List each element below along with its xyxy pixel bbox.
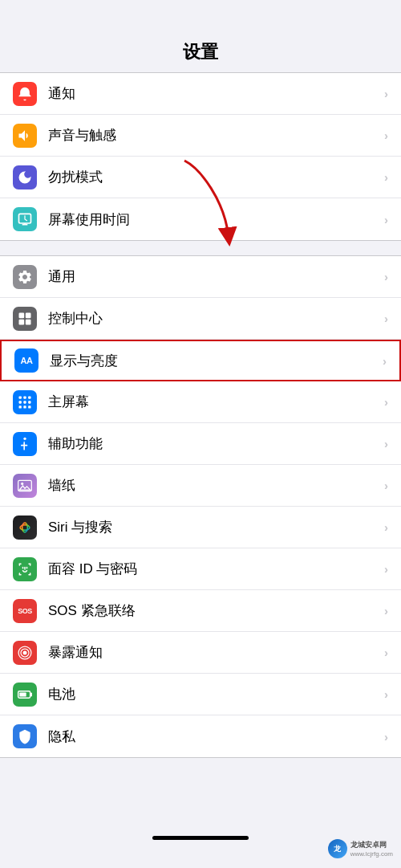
svg-rect-4 — [26, 312, 31, 318]
svg-rect-26 — [19, 692, 26, 696]
settings-group-2: 通用 › 控制中心 › AA 显示与亮度 › — [0, 255, 401, 758]
display-label: 显示与亮度 — [50, 352, 376, 370]
exposure-label: 暴露通知 — [48, 643, 378, 662]
chevron-icon: › — [384, 270, 388, 283]
svg-rect-14 — [23, 405, 26, 408]
row-controlcenter[interactable]: 控制中心 › — [0, 298, 401, 340]
display-icon: AA — [14, 348, 38, 373]
chevron-icon: › — [383, 354, 387, 368]
row-exposure[interactable]: 暴露通知 › — [0, 632, 401, 674]
row-battery[interactable]: 电池 › — [0, 674, 401, 715]
sos-label: SOS 紧急联络 — [48, 601, 378, 620]
siri-icon — [13, 516, 37, 540]
watermark-text-block: 龙城安卓网 www.lcjrfg.com — [350, 840, 393, 858]
homescreen-icon — [13, 390, 37, 414]
notifications-label: 通知 — [48, 84, 378, 103]
chevron-icon: › — [384, 646, 388, 659]
svg-rect-3 — [19, 312, 25, 318]
notifications-icon — [13, 82, 37, 106]
row-display[interactable]: AA 显示与亮度 › — [0, 340, 401, 381]
chevron-icon: › — [384, 87, 388, 100]
screentime-icon — [13, 207, 37, 231]
row-sos[interactable]: SOS SOS 紧急联络 › — [0, 590, 401, 632]
chevron-icon: › — [384, 312, 388, 325]
page-title: 设置 — [13, 40, 388, 64]
wallpaper-icon — [13, 474, 37, 498]
siri-label: Siri 与搜索 — [48, 518, 378, 536]
chevron-icon: › — [384, 170, 388, 184]
settings-page: 设置 通知 › 声音与触感 › — [0, 0, 401, 868]
svg-rect-15 — [28, 405, 30, 408]
svg-point-17 — [21, 482, 23, 484]
privacy-label: 隐私 — [48, 727, 378, 746]
svg-rect-7 — [19, 396, 22, 398]
accessibility-label: 辅助功能 — [48, 434, 378, 453]
general-label: 通用 — [48, 267, 378, 286]
chevron-icon: › — [384, 604, 388, 617]
svg-rect-12 — [28, 401, 30, 403]
chevron-icon: › — [384, 687, 388, 701]
sounds-label: 声音与触感 — [48, 126, 378, 145]
controlcenter-icon — [13, 307, 37, 331]
chevron-icon: › — [384, 395, 388, 409]
aa-text: AA — [21, 356, 33, 365]
row-dnd[interactable]: 勿扰模式 › — [0, 157, 401, 198]
dnd-label: 勿扰模式 — [48, 168, 378, 186]
svg-rect-8 — [23, 396, 26, 398]
svg-point-16 — [23, 437, 26, 439]
row-homescreen[interactable]: 主屏幕 › — [0, 381, 401, 423]
home-indicator — [152, 836, 249, 840]
row-general[interactable]: 通用 › — [0, 256, 401, 298]
chevron-icon: › — [384, 437, 388, 450]
privacy-icon — [13, 724, 37, 748]
group-spacer — [0, 241, 401, 255]
row-privacy[interactable]: 隐私 › — [0, 715, 401, 757]
row-siri[interactable]: Siri 与搜索 › — [0, 507, 401, 548]
row-notifications[interactable]: 通知 › — [0, 73, 401, 115]
bottom-spacing — [0, 758, 401, 806]
sos-text: SOS — [18, 607, 32, 615]
row-wallpaper[interactable]: 墙纸 › — [0, 465, 401, 507]
accessibility-icon — [13, 432, 37, 456]
svg-rect-10 — [19, 401, 22, 403]
dnd-icon — [13, 165, 37, 189]
row-screentime[interactable]: 屏幕使用时间 › — [0, 198, 401, 240]
general-icon — [13, 265, 37, 289]
chevron-icon: › — [384, 128, 388, 142]
faceid-label: 面容 ID 与密码 — [48, 560, 378, 578]
svg-rect-11 — [23, 401, 26, 403]
screentime-label: 屏幕使用时间 — [48, 210, 378, 229]
watermark-text1: 龙城安卓网 — [350, 840, 393, 850]
row-faceid[interactable]: 面容 ID 与密码 › — [0, 548, 401, 590]
chevron-icon: › — [384, 730, 388, 744]
svg-point-22 — [23, 650, 27, 654]
battery-icon — [13, 683, 37, 707]
sounds-icon — [13, 124, 37, 148]
controlcenter-label: 控制中心 — [48, 309, 378, 328]
row-sounds[interactable]: 声音与触感 › — [0, 115, 401, 157]
watermark-logo: 龙 — [328, 839, 347, 858]
chevron-icon: › — [384, 520, 388, 534]
row-accessibility[interactable]: 辅助功能 › — [0, 423, 401, 465]
settings-header: 设置 — [0, 0, 401, 72]
watermark: 龙 龙城安卓网 www.lcjrfg.com — [328, 839, 393, 858]
svg-rect-13 — [19, 405, 22, 408]
svg-rect-9 — [28, 396, 30, 398]
chevron-icon: › — [384, 213, 388, 226]
svg-rect-5 — [19, 319, 25, 324]
watermark-text2: www.lcjrfg.com — [350, 850, 393, 858]
homescreen-label: 主屏幕 — [48, 393, 378, 411]
settings-group-1: 通知 › 声音与触感 › 勿扰模式 › — [0, 72, 401, 241]
faceid-icon — [13, 557, 37, 581]
wallpaper-label: 墙纸 — [48, 476, 378, 495]
chevron-icon: › — [384, 479, 388, 492]
sos-icon: SOS — [13, 599, 37, 623]
svg-rect-6 — [26, 319, 31, 324]
chevron-icon: › — [384, 562, 388, 576]
exposure-icon — [13, 641, 37, 665]
battery-label: 电池 — [48, 685, 378, 703]
